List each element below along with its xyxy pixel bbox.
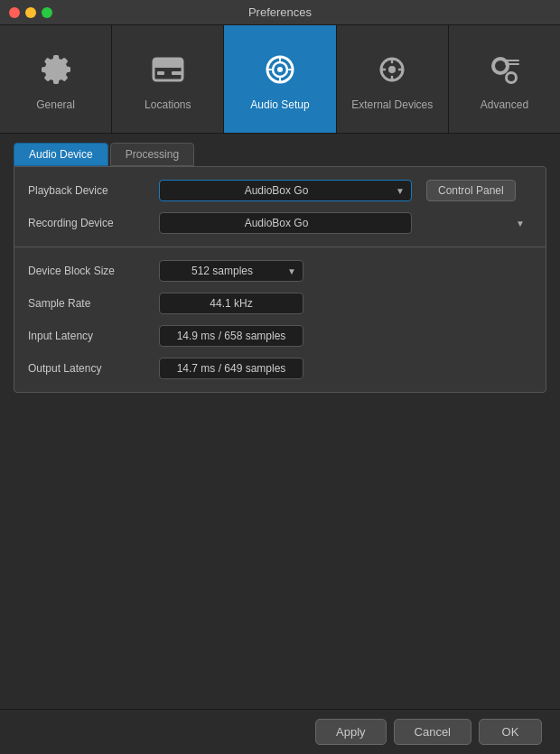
svg-rect-4	[172, 71, 182, 75]
input-latency-value: 14.9 ms / 658 samples	[159, 325, 303, 347]
tab-bar: General Locations Audio Setup External D…	[0, 25, 560, 134]
advanced-icon	[482, 48, 526, 91]
window-title: Preferences	[248, 5, 312, 19]
apply-button[interactable]: Apply	[315, 719, 387, 745]
control-panel-button[interactable]: Control Panel	[426, 180, 516, 201]
ok-button[interactable]: OK	[479, 719, 542, 745]
tab-audio-setup-label: Audio Setup	[250, 98, 309, 111]
playback-control: AudioBox Go ▼ Control Panel	[159, 180, 532, 201]
block-size-wrapper: 512 samples ▼	[159, 260, 303, 282]
sample-rate-value: 44.1 kHz	[159, 293, 303, 314]
recording-control: AudioBox Go ▼	[159, 212, 532, 234]
recording-select-wrapper: AudioBox Go ▼	[159, 212, 532, 234]
bottom-bar: Apply Cancel OK	[0, 709, 560, 754]
block-size-row: Device Block Size 512 samples ▼	[28, 258, 532, 284]
tab-advanced[interactable]: Advanced	[449, 25, 560, 133]
main-panel: Playback Device AudioBox Go ▼ Control Pa…	[14, 166, 546, 393]
recording-select-arrow-icon: ▼	[516, 219, 525, 228]
tab-external-devices-label: External Devices	[351, 98, 433, 111]
recording-device-select[interactable]: AudioBox Go	[159, 212, 412, 234]
recording-row: Recording Device AudioBox Go ▼	[28, 210, 532, 236]
svg-point-2	[175, 61, 179, 65]
output-latency-value: 14.7 ms / 649 samples	[159, 358, 303, 379]
tab-audio-setup[interactable]: Audio Setup	[224, 25, 336, 133]
close-button[interactable]	[9, 7, 20, 18]
tab-general[interactable]: General	[0, 25, 112, 133]
sub-tab-audio-device[interactable]: Audio Device	[14, 143, 108, 166]
sample-rate-row: Sample Rate 44.1 kHz	[28, 291, 532, 316]
sub-tab-bar: Audio Device Processing	[0, 134, 560, 166]
input-latency-row: Input Latency 14.9 ms / 658 samples	[28, 323, 532, 349]
device-section: Playback Device AudioBox Go ▼ Control Pa…	[14, 167, 546, 247]
tab-general-label: General	[36, 98, 75, 111]
minimize-button[interactable]	[25, 7, 36, 18]
stats-section: Device Block Size 512 samples ▼ Sample R…	[14, 247, 546, 392]
playback-label: Playback Device	[28, 184, 159, 197]
maximize-button[interactable]	[42, 7, 52, 18]
tab-external-devices[interactable]: External Devices	[337, 25, 449, 133]
cancel-button[interactable]: Cancel	[394, 719, 471, 745]
svg-point-7	[277, 67, 283, 72]
tab-advanced-label: Advanced	[481, 98, 528, 111]
output-latency-label: Output Latency	[28, 362, 159, 375]
tab-locations-label: Locations	[145, 98, 191, 111]
title-bar: Preferences	[0, 0, 560, 25]
tab-locations[interactable]: Locations	[112, 25, 224, 133]
gear-icon	[34, 48, 78, 91]
playback-device-select[interactable]: AudioBox Go	[159, 180, 412, 201]
recording-label: Recording Device	[28, 217, 159, 229]
speaker-icon	[258, 48, 302, 91]
output-latency-row: Output Latency 14.7 ms / 649 samples	[28, 356, 532, 381]
sample-rate-label: Sample Rate	[28, 297, 159, 310]
svg-rect-3	[157, 71, 164, 75]
block-size-label: Device Block Size	[28, 265, 159, 277]
drive-icon	[146, 48, 190, 91]
playback-select-wrapper: AudioBox Go ▼	[159, 180, 412, 201]
svg-point-9	[388, 66, 396, 73]
block-size-select[interactable]: 512 samples	[159, 260, 303, 282]
sub-tab-processing[interactable]: Processing	[110, 143, 194, 166]
playback-row: Playback Device AudioBox Go ▼ Control Pa…	[28, 178, 532, 203]
window-controls[interactable]	[9, 7, 52, 18]
external-devices-icon	[370, 48, 414, 91]
input-latency-label: Input Latency	[28, 330, 159, 342]
